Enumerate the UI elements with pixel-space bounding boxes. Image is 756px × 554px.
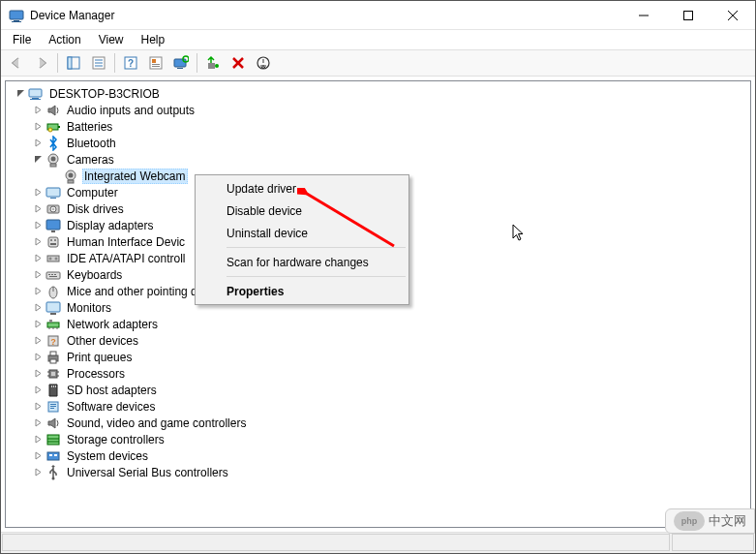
svg-rect-19 <box>174 59 186 67</box>
tree-category[interactable]: Audio inputs and outputs <box>10 102 750 118</box>
update-driver-button[interactable] <box>201 52 225 74</box>
close-button[interactable] <box>711 1 755 30</box>
expand-icon[interactable] <box>31 153 45 167</box>
expand-icon[interactable] <box>48 169 62 183</box>
tree-root[interactable]: DESKTOP-B3CRIOB <box>10 85 750 102</box>
expand-icon[interactable] <box>31 137 45 150</box>
ctx-scan-hardware[interactable]: Scan for hardware changes <box>197 251 407 273</box>
tree-item-label: Keyboards <box>65 268 124 282</box>
tree-item-label: Processors <box>65 367 127 381</box>
ctx-disable-device[interactable]: Disable device <box>197 200 407 222</box>
tree-item-label: IDE ATA/ATAPI controll <box>65 252 187 265</box>
tree-category[interactable]: Sound, video and game controllers <box>10 415 750 431</box>
tree-item-label: Print queues <box>65 351 134 364</box>
svg-point-48 <box>54 239 56 241</box>
expand-icon[interactable] <box>31 252 45 265</box>
svg-rect-31 <box>58 126 60 128</box>
expand-icon[interactable] <box>31 235 45 249</box>
svg-rect-83 <box>50 406 56 407</box>
svg-rect-80 <box>55 385 56 387</box>
tree-category[interactable]: Bluetooth <box>10 135 750 151</box>
ctx-uninstall-device[interactable]: Uninstall device <box>197 222 407 244</box>
expand-icon[interactable] <box>31 351 45 364</box>
tree-category[interactable]: Software devices <box>10 398 750 415</box>
expand-icon[interactable] <box>31 449 45 463</box>
expand-icon[interactable] <box>31 416 45 430</box>
context-menu: Update driver Disable device Uninstall d… <box>195 174 409 305</box>
svg-rect-56 <box>54 274 56 275</box>
ctx-update-driver[interactable]: Update driver <box>197 177 407 200</box>
tree-item-label: Universal Serial Bus controllers <box>65 466 230 479</box>
computer-icon <box>45 185 61 200</box>
mouse-icon <box>45 284 61 299</box>
tree-category[interactable]: SD host adapters <box>10 382 750 398</box>
disable-button[interactable] <box>252 52 275 74</box>
menu-help[interactable]: Help <box>134 31 173 48</box>
svg-rect-85 <box>47 435 59 445</box>
svg-rect-73 <box>51 372 55 376</box>
watermark-text: 中文网 <box>709 512 746 530</box>
tree-category[interactable]: Cameras <box>10 151 750 168</box>
svg-rect-82 <box>50 404 56 405</box>
tree-item-label: System devices <box>65 449 150 463</box>
expand-icon[interactable] <box>31 334 45 348</box>
menu-view[interactable]: View <box>91 31 132 48</box>
minimize-button[interactable] <box>621 1 666 30</box>
svg-point-43 <box>52 208 54 210</box>
svg-rect-18 <box>152 66 160 67</box>
svg-rect-38 <box>68 180 74 183</box>
tree-category[interactable]: Batteries <box>10 118 750 135</box>
svg-rect-28 <box>32 98 39 99</box>
expand-icon[interactable] <box>31 285 45 298</box>
tree-category[interactable]: Processors <box>10 365 750 382</box>
app-icon <box>9 8 24 23</box>
tree-category[interactable]: ? Other devices <box>10 332 750 349</box>
expand-icon[interactable] <box>31 466 45 479</box>
tree-category[interactable]: Universal Serial Bus controllers <box>10 464 750 480</box>
scan-hardware-button[interactable] <box>169 52 193 74</box>
svg-rect-8 <box>68 57 72 69</box>
menu-file[interactable]: File <box>5 31 39 48</box>
svg-rect-17 <box>152 64 160 65</box>
tree-category[interactable]: System devices <box>10 447 750 464</box>
action-button[interactable] <box>144 52 167 74</box>
expand-icon[interactable] <box>31 268 45 282</box>
expand-icon[interactable] <box>31 400 45 414</box>
expand-icon[interactable] <box>31 104 45 117</box>
tree-item-label: Audio inputs and outputs <box>65 104 197 117</box>
svg-point-37 <box>69 172 74 177</box>
svg-rect-90 <box>54 454 57 456</box>
tree-category[interactable]: Print queues <box>10 349 750 365</box>
uninstall-button[interactable] <box>227 52 250 74</box>
ctx-properties[interactable]: Properties <box>197 280 407 302</box>
expand-icon[interactable] <box>31 367 45 381</box>
expand-icon[interactable] <box>31 202 45 216</box>
expand-icon[interactable] <box>31 219 45 232</box>
svg-rect-78 <box>51 385 52 387</box>
expand-icon[interactable] <box>31 301 45 315</box>
status-bar <box>1 532 755 553</box>
bluetooth-icon <box>45 136 61 151</box>
titlebar: Device Manager <box>1 1 755 30</box>
expand-icon[interactable] <box>31 433 45 446</box>
tree-item-label: SD host adapters <box>65 384 159 397</box>
sd-icon <box>45 383 61 398</box>
back-button[interactable] <box>5 52 28 74</box>
tree-item-label: Network adapters <box>65 318 160 331</box>
forward-button[interactable] <box>30 52 53 74</box>
properties-button[interactable] <box>87 52 110 74</box>
svg-rect-44 <box>46 220 60 230</box>
help-button[interactable]: ? <box>119 52 142 74</box>
expand-icon[interactable] <box>31 186 45 200</box>
svg-rect-4 <box>684 11 693 19</box>
expand-icon[interactable] <box>14 87 27 101</box>
expand-icon[interactable] <box>31 384 45 397</box>
expand-icon[interactable] <box>31 318 45 331</box>
show-hide-tree-button[interactable] <box>62 52 85 74</box>
tree-category[interactable]: Network adapters <box>10 316 750 332</box>
tree-category[interactable]: Storage controllers <box>10 431 750 447</box>
speaker-icon <box>45 103 61 118</box>
maximize-button[interactable] <box>666 1 711 30</box>
menu-action[interactable]: Action <box>41 31 88 48</box>
expand-icon[interactable] <box>31 120 45 134</box>
